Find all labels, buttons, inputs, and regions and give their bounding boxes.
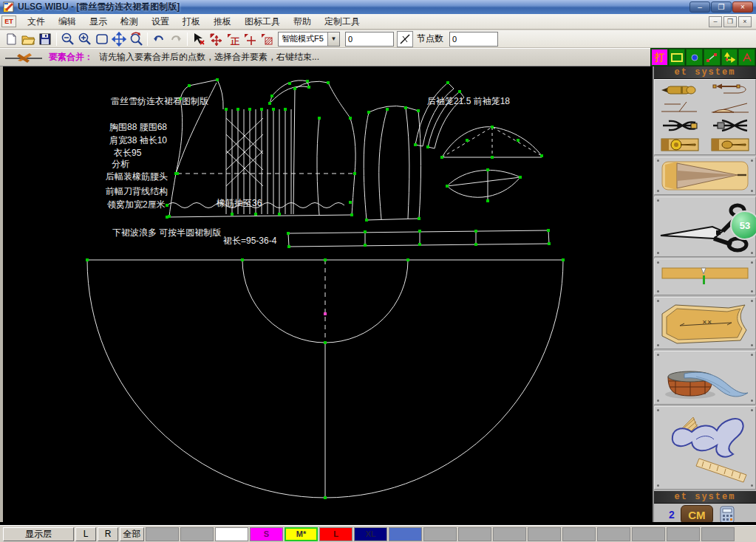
size-cell-gray-2[interactable] <box>458 527 491 541</box>
node-count-input[interactable] <box>449 32 498 47</box>
right-piece-button[interactable]: R <box>98 527 118 541</box>
restore-button[interactable]: ❐ <box>711 1 732 13</box>
window-title: ULSG WIBU - [雷丝雪纺连衣裙看图制版] <box>18 1 689 13</box>
node-count-label: 节点数 <box>414 32 446 45</box>
left-piece-button[interactable]: L <box>75 527 96 541</box>
annotate-quick-button[interactable] <box>738 49 755 66</box>
annotation-skirt-length: 裙长=95-36-4 <box>223 236 277 246</box>
scissors-panel[interactable]: 53 <box>654 196 756 257</box>
notch-panel[interactable] <box>654 258 756 295</box>
annotation-analysis: 分析 <box>112 159 129 169</box>
zoom-in-icon[interactable] <box>77 31 93 47</box>
app-window: ULSG WIBU - [雷丝雪纺连衣裙看图制版] – ❐ × ET 文件 编辑… <box>0 0 756 542</box>
chevron-down-icon[interactable]: ▼ <box>327 32 339 46</box>
size-cell-gray-3[interactable] <box>493 527 526 541</box>
compass-tool-icon[interactable] <box>705 117 755 135</box>
close-button[interactable]: × <box>732 1 753 13</box>
menu-pattern[interactable]: 打板 <box>176 14 207 30</box>
mode-select-value: 智能模式F5 <box>279 33 327 44</box>
size-cell-gray-1[interactable] <box>423 527 457 541</box>
mdi-close-button[interactable]: × <box>738 16 752 27</box>
cm-unit-button[interactable]: CM <box>681 505 713 522</box>
menu-check[interactable]: 检测 <box>114 14 145 30</box>
pattern-piece-panel[interactable]: ✕✕ <box>654 297 756 349</box>
title-bar: ULSG WIBU - [雷丝雪纺连衣裙看图制版] – ❐ × <box>0 0 756 14</box>
zoom-window-icon[interactable] <box>94 31 110 47</box>
move-element-icon[interactable] <box>208 31 224 47</box>
prompt-row: 要素合并： 请先输入要素合并后的点数，选择合并要素，右键结束... 打 <box>0 48 756 66</box>
size-cell-gray-5[interactable] <box>562 527 596 541</box>
french-curve-panel[interactable] <box>654 406 756 490</box>
all-pieces-button[interactable]: 全部 <box>120 527 144 541</box>
annotation-bust: 胸围88 腰围68 <box>109 122 167 132</box>
size-cell-xl[interactable]: XL <box>354 527 387 541</box>
annotation-front-seam: 前幅刀背线结构 <box>106 186 168 196</box>
size-cell-gray-9[interactable] <box>701 527 735 541</box>
pen-tool-icon[interactable] <box>655 80 705 98</box>
tool-icon-grid <box>654 79 756 155</box>
mdi-restore-button[interactable]: ❐ <box>723 16 737 27</box>
gauge-tool-icon[interactable] <box>655 134 705 154</box>
canvas-annotations: 雷丝雪纺连衣裙看图制版 胸围88 腰围68 肩宽38 袖长10 衣长95 分析 … <box>106 96 510 246</box>
menu-bar: ET 文件 编辑 显示 检测 设置 打板 推板 图标工具 帮助 定制工具 – ❐… <box>0 14 756 30</box>
select-delete-icon[interactable] <box>191 31 207 47</box>
open-file-button[interactable] <box>20 31 36 47</box>
gauge2-tool-icon[interactable] <box>705 134 755 154</box>
svg-text:✕✕: ✕✕ <box>702 319 712 326</box>
divider-tool-icon[interactable] <box>655 117 705 135</box>
zoom-out-icon[interactable] <box>60 31 76 47</box>
menu-edit[interactable]: 编辑 <box>52 14 83 30</box>
calculator-icon[interactable] <box>719 505 735 522</box>
undo-icon[interactable] <box>151 31 167 47</box>
zoom-previous-icon[interactable] <box>128 31 144 47</box>
size-cell-gray-8[interactable] <box>667 527 700 541</box>
angle-line-icon[interactable] <box>397 31 413 47</box>
display-layer-button[interactable]: 显示层 <box>3 527 74 541</box>
menu-file[interactable]: 文件 <box>21 14 52 30</box>
size-cell-l[interactable]: L <box>319 527 353 541</box>
line-quick-button[interactable] <box>704 49 721 66</box>
size-cell-m-selected[interactable]: M* <box>285 527 318 541</box>
size-cell-gray-4[interactable] <box>528 527 561 541</box>
point-quick-button[interactable] <box>686 49 703 66</box>
size-cell-gray-7[interactable] <box>632 527 665 541</box>
drawing-canvas[interactable]: 雷丝雪纺连衣裙看图制版 胸围88 腰围68 肩宽38 袖长10 衣长95 分析 … <box>0 66 653 522</box>
size-cell-empty-1[interactable] <box>146 527 179 541</box>
menu-help[interactable]: 帮助 <box>287 14 318 30</box>
main-area: 雷丝雪纺连衣裙看图制版 胸围88 腰围68 肩宽38 袖长10 衣长95 分析 … <box>0 66 756 522</box>
sidebar-header-top: et system <box>654 66 756 79</box>
value-input[interactable] <box>345 32 394 47</box>
new-file-button[interactable] <box>3 31 19 47</box>
annotation-neckline: 领窝加宽2厘米 <box>106 199 166 210</box>
mdi-minimize-button[interactable]: – <box>709 16 722 27</box>
arrow-tool-icon[interactable] <box>705 80 755 98</box>
svg-text:正: 正 <box>230 36 239 47</box>
menu-custom-tools[interactable]: 定制工具 <box>318 14 367 30</box>
rect-quick-button[interactable] <box>669 49 686 66</box>
basket-panel[interactable] <box>654 351 756 405</box>
menu-grading[interactable]: 推板 <box>207 14 238 30</box>
pencil-panel[interactable] <box>654 157 756 195</box>
size-cell-gray-6[interactable] <box>597 527 630 541</box>
redo-icon[interactable] <box>168 31 184 47</box>
minimize-button[interactable]: – <box>689 1 710 13</box>
size-cell-blue[interactable] <box>389 527 422 541</box>
arrows-quick-button[interactable] <box>721 49 738 66</box>
hatch-element-icon[interactable] <box>259 31 275 47</box>
pattern-quick-button[interactable]: 打 <box>651 49 668 66</box>
menu-settings[interactable]: 设置 <box>145 14 176 30</box>
pan-icon[interactable] <box>111 31 127 47</box>
sidebar-bottom-row: 2 CM <box>654 504 756 522</box>
size-cell-s[interactable]: S <box>250 527 283 541</box>
mode-select[interactable]: 智能模式F5 ▼ <box>278 32 340 47</box>
angle-curve-tool-icon[interactable] <box>705 98 755 117</box>
angle-tool-icon[interactable] <box>655 98 705 117</box>
menu-icon-tools[interactable]: 图标工具 <box>238 14 287 30</box>
correct-element-icon[interactable]: 正 <box>225 31 241 47</box>
size-cell-white[interactable] <box>215 527 248 541</box>
size-cell-empty-2[interactable] <box>180 527 214 541</box>
add-point-icon[interactable] <box>242 31 258 47</box>
merge-tool-icon <box>4 51 43 64</box>
menu-view[interactable]: 显示 <box>83 14 114 30</box>
save-button[interactable] <box>37 31 53 47</box>
